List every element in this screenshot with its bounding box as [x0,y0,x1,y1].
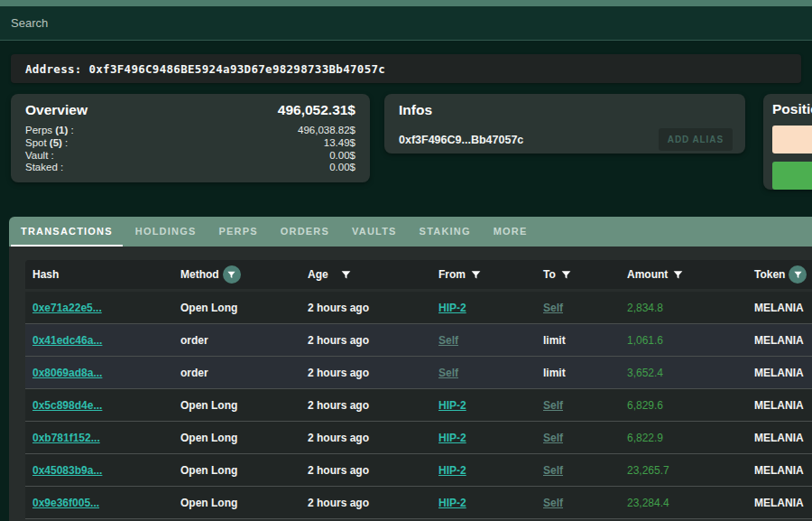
column-label: Amount [627,268,668,281]
from-link[interactable]: Self [438,367,458,379]
amount-text: 23,265.7 [627,464,669,477]
green-position-bar [772,162,812,190]
column-label: To [543,268,556,281]
column-label: Age [308,268,328,281]
token-cell: MELANIA [747,399,812,412]
to-link[interactable]: Self [543,497,563,509]
to-link[interactable]: Self [543,432,563,444]
age-text: 2 hours ago [308,334,369,347]
active-filter-icon[interactable] [223,265,241,284]
age-text: 2 hours ago [308,464,369,477]
table-header-row: HashMethodAgeFromToAmountToken [25,260,812,289]
overview-row: Vault :0.00$ [25,150,355,163]
token-cell: MELANIA [747,497,812,509]
age-cell: 2 hours ago [300,334,431,347]
method-text: Open Long [180,302,237,314]
from-cell: HIP-2 [431,432,536,444]
overview-row-label: Vault : [25,150,54,163]
infos-title: Infos [399,102,432,118]
from-link[interactable]: HIP-2 [438,464,466,477]
address-text: Address: 0xf3F496C9486BE5924a93D67e98298… [25,62,385,76]
tab-transactions[interactable]: TRANSACTIONS [11,217,123,247]
token-text: MELANIA [754,399,804,412]
filter-icon[interactable] [470,269,482,281]
amount-text: 3,652.4 [627,367,663,379]
to-cell: limit [536,334,620,347]
tx-hash-link[interactable]: 0xb781f152... [32,432,100,444]
from-link[interactable]: Self [438,334,458,347]
table-row: 0x41edc46a...order2 hours agoSelflimit1,… [25,324,812,357]
filter-icon[interactable] [672,269,684,281]
column-label: Token [754,268,785,281]
age-cell: 2 hours ago [300,497,431,509]
token-text: MELANIA [754,464,804,477]
from-link[interactable]: HIP-2 [438,497,466,509]
token-text: MELANIA [754,497,804,509]
overview-breakdown: Perps (1) :496,038.82$Spot (5) :13.49$Va… [25,125,355,174]
from-link[interactable]: HIP-2 [438,399,466,412]
tab-orders[interactable]: ORDERS [271,217,339,247]
to-cell: Self [536,432,620,444]
hash-cell: 0x8069ad8a... [25,367,173,379]
method-text: Open Long [180,432,237,444]
overview-row-value: 13.49$ [324,137,355,150]
column-label: Method [180,268,219,281]
search-bar [0,6,812,41]
filter-icon[interactable] [560,269,572,281]
age-cell: 2 hours ago [300,432,431,444]
transactions-table: HashMethodAgeFromToAmountToken 0xe71a22e… [9,247,812,521]
column-header-age: Age [300,268,431,281]
positions-title: Positions [772,101,812,117]
filter-icon[interactable] [340,269,352,281]
overview-total-value: 496,052.31$ [278,102,355,118]
tab-holdings[interactable]: HOLDINGS [125,217,207,247]
from-cell: HIP-2 [431,464,536,477]
token-cell: MELANIA [747,367,812,379]
tab-staking[interactable]: STAKING [410,217,481,247]
token-cell: MELANIA [747,432,812,444]
hash-cell: 0x45083b9a... [25,464,173,477]
to-link[interactable]: Self [543,399,563,412]
from-link[interactable]: HIP-2 [438,302,466,314]
tx-hash-link[interactable]: 0x41edc46a... [32,334,102,347]
from-cell: HIP-2 [431,302,536,314]
token-text: MELANIA [754,367,804,379]
method-cell: Open Long [173,302,300,314]
from-cell: Self [431,334,536,347]
overview-row: Perps (1) :496,038.82$ [25,125,355,137]
to-cell: Self [536,302,620,314]
token-text: MELANIA [754,302,804,314]
column-header-token: Token [747,265,812,284]
method-text: order [180,367,208,379]
method-cell: Open Long [173,399,300,412]
amount-text: 1,061.6 [627,334,663,347]
active-filter-icon[interactable] [789,265,807,284]
hash-cell: 0xb781f152... [25,432,173,444]
tab-vaults[interactable]: VAULTS [342,217,407,247]
tab-perps[interactable]: PERPS [208,217,267,247]
to-link[interactable]: Self [543,464,563,477]
overview-row: Spot (5) :13.49$ [25,137,355,150]
method-cell: order [173,367,300,379]
to-link[interactable]: Self [543,302,563,314]
add-alias-button[interactable]: ADD ALIAS [659,128,733,151]
from-link[interactable]: HIP-2 [438,432,466,444]
peach-position-bar [772,126,812,154]
tx-hash-link[interactable]: 0x5c898d4e... [32,399,102,412]
tab-more[interactable]: MORE [484,217,538,247]
amount-cell: 23,265.7 [620,464,747,477]
table-row: 0xe71a22e5...Open Long2 hours agoHIP-2Se… [25,292,812,324]
overview-title: Overview [25,102,88,118]
overview-row-value: 0.00$ [329,150,355,163]
tabs-and-table-panel: TRANSACTIONSHOLDINGSPERPSORDERSVAULTSSTA… [9,217,812,521]
from-cell: HIP-2 [431,399,536,412]
to-text: limit [543,334,566,347]
tx-hash-link[interactable]: 0x45083b9a... [32,464,102,477]
tx-hash-link[interactable]: 0x8069ad8a... [32,367,102,379]
amount-cell: 23,284.4 [620,497,747,509]
column-label: Hash [32,268,59,281]
amount-cell: 2,834.8 [620,302,747,314]
tx-hash-link[interactable]: 0x9e36f005... [32,497,99,509]
search-input[interactable] [11,16,787,30]
tx-hash-link[interactable]: 0xe71a22e5... [32,302,102,314]
